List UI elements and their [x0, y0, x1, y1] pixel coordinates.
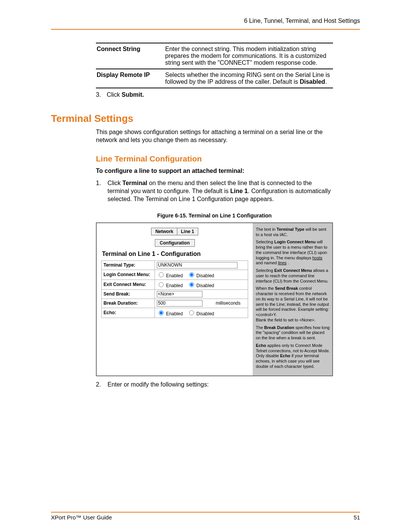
label-terminal-type: Terminal Type: — [102, 260, 155, 270]
t-bold: Terminal Type — [277, 227, 304, 232]
param-desc: Enter the connect string. This modem ini… — [164, 43, 333, 69]
t-bold: Break Duration — [264, 325, 294, 330]
help-echo: Echo applies only to Connect Mode Telnet… — [256, 343, 330, 369]
help-break-duration: The Break Duration specifies how long th… — [256, 325, 330, 341]
cell: Enabled Disabled — [155, 308, 248, 318]
table-row: Display Remote IP Selects whether the in… — [96, 69, 333, 88]
page: 6 Line, Tunnel, Terminal, and Host Setti… — [0, 0, 411, 532]
subsection-heading-line-terminal: Line Terminal Configuration — [96, 154, 360, 163]
param-desc: Selects whether the incoming RING sent o… — [164, 69, 333, 88]
help-sidebar: The text in Terminal Type will be sent t… — [253, 223, 332, 375]
radio-enabled[interactable] — [159, 310, 164, 315]
params-table: Connect String Enter the connect string.… — [96, 43, 333, 88]
config-screenshot: NetworkLine 1 Configuration Terminal on … — [96, 222, 333, 376]
t-bold: Send Break — [275, 286, 298, 291]
exit-enabled-option[interactable]: Enabled — [157, 283, 183, 288]
param-desc-tail: . — [325, 78, 327, 85]
break-duration-input[interactable] — [157, 300, 202, 307]
t: control character is received from the n… — [256, 286, 329, 317]
echo-enabled-option[interactable]: Enabled — [157, 311, 183, 316]
step-number: 3. — [96, 91, 105, 98]
cell — [155, 299, 214, 308]
lead-bold: To configure a line to support an attach… — [96, 167, 336, 175]
step-number: 1. — [96, 179, 106, 187]
t-bold: Echo — [256, 343, 266, 348]
t-bold: Exit Connect Menu — [274, 268, 312, 273]
label-send-break: Send Break: — [102, 289, 155, 299]
exit-disabled-option[interactable]: Disabled — [187, 283, 214, 288]
figure-caption: Figure 6-15. Terminal on Line 1 Configur… — [96, 212, 333, 219]
t: The text in — [256, 227, 276, 232]
param-label: Display Remote IP — [96, 69, 164, 88]
step-text-pre: Click — [107, 91, 121, 98]
section-heading-terminal-settings: Terminal Settings — [51, 113, 360, 125]
t-bold: Terminal — [123, 180, 148, 186]
step-number: 2. — [96, 381, 106, 389]
radio-enabled[interactable] — [159, 282, 164, 287]
radio-label: Disabled — [196, 311, 214, 316]
tab-configuration[interactable]: Configuration — [155, 239, 195, 247]
t: . — [287, 260, 289, 265]
param-label: Connect String — [96, 43, 164, 69]
radio-disabled[interactable] — [189, 282, 194, 287]
t: Blank the field to set to <None>. — [256, 318, 315, 322]
t-bold: Line 1 — [230, 188, 248, 194]
radio-disabled[interactable] — [189, 310, 194, 315]
cell: Enabled Disabled — [155, 280, 248, 289]
step-text: Click Terminal on the menu and then sele… — [107, 179, 332, 203]
page-footer: XPort Pro™ User Guide 51 — [51, 512, 360, 521]
config-panel: NetworkLine 1 Configuration Terminal on … — [97, 223, 253, 375]
send-break-input[interactable] — [157, 291, 202, 297]
tab-network[interactable]: Network — [151, 228, 177, 235]
table-row: Connect String Enter the connect string.… — [96, 43, 333, 69]
login-disabled-option[interactable]: Disabled — [187, 273, 214, 278]
intro-paragraph: This page shows configuration settings f… — [96, 128, 336, 144]
cell: Enabled Disabled — [155, 270, 248, 280]
cell — [155, 289, 248, 299]
row-terminal-type: Terminal Type: — [102, 260, 248, 270]
row-exit-connect: Exit Connect Menu: Enabled Disabled — [102, 280, 248, 289]
t-bold: Login Connect Menu — [274, 240, 316, 244]
step-text-bold: Submit. — [122, 91, 144, 98]
top-tabs: NetworkLine 1 — [101, 228, 248, 235]
label-exit-connect: Exit Connect Menu: — [102, 280, 155, 289]
link-lines[interactable]: lines — [278, 260, 287, 265]
label-login-connect: Login Connect Menu: — [102, 270, 155, 280]
row-send-break: Send Break: — [102, 289, 248, 299]
panel-title: Terminal on Line 1 - Configuration — [102, 251, 248, 257]
tab-line1[interactable]: Line 1 — [177, 228, 199, 235]
label-break-duration: Break Duration: — [102, 299, 155, 308]
link-hosts[interactable]: hosts — [312, 256, 322, 260]
terminal-type-input[interactable] — [157, 262, 237, 268]
sub-tabs: Configuration — [101, 239, 248, 247]
page-number: 51 — [354, 514, 360, 521]
step-1: 1. Click Terminal on the menu and then s… — [96, 179, 336, 203]
radio-disabled[interactable] — [189, 272, 194, 277]
help-login-connect: Selecting Login Connect Menu will bring … — [256, 240, 330, 266]
t: Selecting — [256, 240, 274, 244]
radio-enabled[interactable] — [159, 272, 164, 277]
running-header: 6 Line, Tunnel, Terminal, and Host Setti… — [51, 18, 360, 30]
t-bold: Echo — [280, 353, 290, 358]
t: Selecting — [256, 268, 274, 273]
row-break-duration: Break Duration: milliseconds — [102, 299, 248, 308]
echo-disabled-option[interactable]: Disabled — [187, 311, 214, 316]
t: and named — [256, 260, 278, 265]
label-echo: Echo: — [102, 308, 155, 318]
radio-label: Disabled — [196, 273, 214, 278]
radio-label: Disabled — [196, 283, 214, 288]
help-terminal-type: The text in Terminal Type will be sent t… — [256, 227, 330, 238]
step-2: 2. Enter or modify the following setting… — [96, 381, 336, 389]
footer-title: XPort Pro™ User Guide — [51, 514, 112, 521]
row-echo: Echo: Enabled Disabled — [102, 308, 248, 318]
radio-label: Enabled — [166, 273, 183, 278]
help-exit-connect: Selecting Exit Connect Menu allows a use… — [256, 268, 330, 284]
radio-label: Enabled — [166, 283, 183, 288]
step-3: 3. Click Submit. — [96, 91, 360, 98]
config-form: Terminal Type: Login Connect Menu: Enabl… — [101, 260, 248, 318]
row-login-connect: Login Connect Menu: Enabled Disabled — [102, 270, 248, 280]
t: The — [256, 325, 264, 330]
t: Click — [107, 180, 122, 186]
login-enabled-option[interactable]: Enabled — [157, 273, 183, 278]
radio-label: Enabled — [166, 311, 183, 316]
